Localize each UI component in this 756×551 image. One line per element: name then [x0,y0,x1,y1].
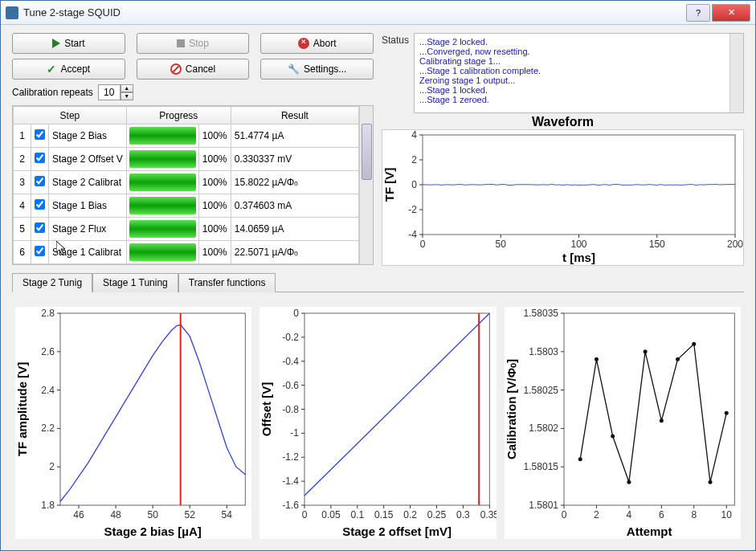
svg-text:-1.2: -1.2 [283,451,300,463]
svg-text:0: 0 [294,308,300,319]
svg-text:-1.4: -1.4 [283,475,300,487]
row-progress [126,218,198,241]
start-label: Start [64,38,84,49]
svg-text:150: 150 [649,239,665,250]
row-step: Stage 1 Calibrat [49,241,127,264]
accept-button[interactable]: ✓ Accept [12,59,125,80]
row-progress [126,241,198,264]
svg-text:Offset [V]: Offset [V] [259,382,273,437]
svg-text:0: 0 [302,509,308,520]
svg-text:-0.6: -0.6 [283,380,300,391]
steps-table: Step Progress Result 1 Stage 2 Bias 100%… [12,105,374,265]
row-percent: 100% [198,241,231,264]
table-row[interactable]: 4 Stage 1 Bias 100% 0.374603 mA [14,194,359,218]
row-percent: 100% [198,171,231,194]
titlebar: Tune 2-stage SQUID ? ✕ [1,1,755,25]
table-scrollbar[interactable] [359,106,373,264]
abort-label: Abort [313,38,337,49]
row-result: 0.374603 mA [231,194,358,218]
tab-transfer-functions[interactable]: Transfer functions [178,273,276,292]
row-percent: 100% [198,124,231,148]
offset-chart: 00.050.10.150.20.250.30.35-1.6-1.4-1.2-1… [259,307,496,539]
svg-rect-23 [60,313,245,505]
row-checkbox[interactable] [31,241,49,264]
svg-point-121 [692,342,696,346]
tabs: Stage 2 Tunig Stage 1 Tuning Transfer fu… [12,272,744,292]
svg-text:-0.2: -0.2 [283,332,300,343]
row-checkbox[interactable] [31,218,49,241]
row-step: Stage 1 Bias [49,194,127,218]
row-checkbox[interactable] [31,194,49,218]
row-result: 14.0659 µA [231,218,358,241]
tab-stage1-tuning[interactable]: Stage 1 Tuning [92,273,178,292]
cancel-icon [170,63,182,75]
cancel-button[interactable]: Cancel [137,59,250,80]
row-percent: 100% [198,218,231,241]
row-step: Stage 2 Calibrat [49,171,127,194]
help-button[interactable]: ? [686,4,710,22]
svg-text:54: 54 [222,509,233,520]
row-percent: 100% [198,148,231,171]
row-checkbox[interactable] [31,124,49,148]
stop-button[interactable]: Stop [137,33,250,54]
row-num: 2 [14,148,31,171]
svg-text:1.5803: 1.5803 [529,346,558,357]
spinner-up[interactable]: ▲ [121,84,133,92]
svg-text:48: 48 [110,509,121,520]
row-checkbox[interactable] [31,148,49,171]
bias-chart: 46485052541.822.22.42.62.8Stage 2 bias [… [15,307,251,539]
calibration-repeats-input[interactable] [98,84,121,100]
svg-text:0.3: 0.3 [456,509,470,520]
app-icon [6,6,18,19]
svg-text:t [ms]: t [ms] [562,251,595,264]
row-step: Stage 2 Offset V [49,148,127,171]
svg-text:200: 200 [727,239,743,250]
svg-point-117 [627,480,631,484]
svg-text:Calibration [V/Φ₀]: Calibration [V/Φ₀] [505,359,518,459]
svg-text:-2: -2 [408,204,417,215]
svg-text:0: 0 [411,179,417,190]
close-button[interactable]: ✕ [712,4,750,22]
svg-text:1.58025: 1.58025 [523,385,558,396]
calibration-repeats-spinner[interactable]: ▲ ▼ [98,84,133,100]
window-title: Tune 2-stage SQUID [23,6,686,18]
settings-button[interactable]: 🔧 Settings... [260,59,374,80]
stop-icon [177,39,185,47]
svg-point-119 [659,418,663,422]
table-row[interactable]: 5 Stage 2 Flux 100% 14.0659 µA [14,218,359,241]
svg-text:1.58035: 1.58035 [523,308,558,319]
row-checkbox[interactable] [31,171,49,194]
svg-point-115 [595,357,599,361]
abort-button[interactable]: Abort [260,33,374,54]
status-scrollbar[interactable] [729,34,743,112]
play-icon [52,39,60,48]
svg-text:2.4: 2.4 [41,385,55,396]
calibration-chart: 02468101.58011.580151.58021.580251.58031… [505,307,741,539]
svg-text:0: 0 [420,239,426,250]
table-row[interactable]: 2 Stage 2 Offset V 100% 0.330337 mV [14,148,359,171]
col-result[interactable]: Result [231,107,358,124]
svg-text:-0.4: -0.4 [283,356,300,367]
svg-text:2: 2 [411,154,417,165]
table-row[interactable]: 1 Stage 2 Bias 100% 51.4774 µA [14,124,359,148]
svg-point-123 [724,411,728,415]
svg-text:TF amplitude [V]: TF amplitude [V] [15,362,29,457]
svg-text:-1: -1 [291,427,300,439]
svg-text:0.25: 0.25 [427,509,447,520]
svg-text:4: 4 [626,509,631,520]
svg-text:Stage 2 offset [mV]: Stage 2 offset [mV] [343,524,452,538]
svg-text:52: 52 [185,509,196,520]
spinner-down[interactable]: ▼ [121,92,133,100]
status-log[interactable]: ...Stage 2 locked....Converged, now rese… [414,33,744,113]
start-button[interactable]: Start [12,33,125,54]
svg-text:2.6: 2.6 [41,346,55,357]
table-row[interactable]: 6 Stage 1 Calibrat 100% 22.5071 µA/Φ₀ [14,241,359,264]
svg-text:50: 50 [147,509,158,520]
tab-stage2-tuning[interactable]: Stage 2 Tunig [12,273,92,292]
svg-text:2.8: 2.8 [41,308,55,319]
svg-text:0: 0 [561,509,566,520]
row-step: Stage 2 Bias [49,124,127,148]
col-progress[interactable]: Progress [126,107,231,124]
table-row[interactable]: 3 Stage 2 Calibrat 100% 15.8022 µA/Φ₀ [14,171,359,194]
col-step[interactable]: Step [14,107,127,124]
